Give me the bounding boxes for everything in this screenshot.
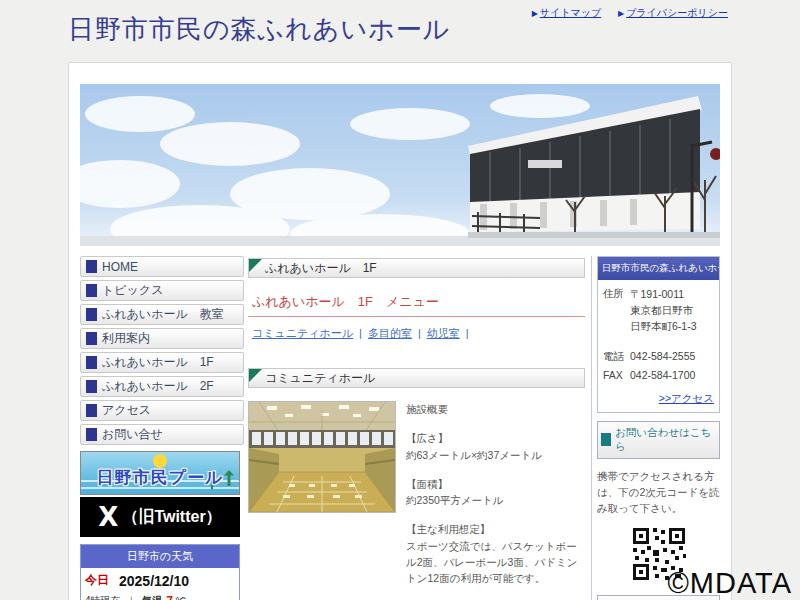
pool-banner-link[interactable]: 日野市民プール <box>80 451 240 495</box>
weather-title: 日野市の天気 <box>81 545 239 568</box>
sidebar-item-hall-2f[interactable]: ふれあいホール 2F <box>80 376 244 397</box>
weather-widget: 日野市の天気 今日 2025/12/10 4時現在 ｜ 気温 7 ℃ <box>80 544 240 600</box>
weather-temp-value: 7 <box>166 594 173 600</box>
sidebar-item-hall-1f[interactable]: ふれあいホール 1F <box>80 352 244 373</box>
section-header-community-hall: コミュニティホール <box>248 368 585 388</box>
overview-label: 施設概要 <box>406 401 585 417</box>
community-hall-link[interactable]: コミュニティホール <box>252 327 353 339</box>
access-link[interactable]: >>アクセス <box>659 392 714 404</box>
weather-temp-unit: ℃ <box>175 596 186 600</box>
size-block: 【広さ】 約63メートル×約37メートル <box>406 430 585 463</box>
address-value: 〒191-0011 東京都日野市 日野本町6-1-3 <box>630 287 697 334</box>
facility-description: 施設概要 【広さ】 約63メートル×約37メートル 【面積】 約2350平方メー… <box>406 401 585 600</box>
info-panel-title: 日野市市民の森ふれあいホール <box>598 257 719 280</box>
infant-room-link[interactable]: 幼児室 <box>427 327 460 339</box>
fax-number: 042-584-1700 <box>630 367 695 384</box>
usage-block: 【主な利用想定】 スポーツ交流では、バスケットボール2面、バレーボール3面、バド… <box>406 521 585 586</box>
right-sidebar: 日野市市民の森ふれあいホール 住所 〒191-0011 東京都日野市 日野本町6… <box>591 256 720 600</box>
arrow-icon: ▶ <box>618 9 624 18</box>
address-row: 住所 〒191-0011 東京都日野市 日野本町6-1-3 <box>603 287 714 334</box>
arrow-icon: ▶ <box>532 9 538 18</box>
bullet-icon <box>86 404 97 417</box>
bullet-icon <box>601 433 611 446</box>
sidebar-item-usage-guide[interactable]: 利用案内 <box>80 328 244 349</box>
left-sidebar: HOME トピックス ふれあいホール 教室 利用案内 ふれあいホール 1F ふれ… <box>80 256 244 600</box>
weather-temp-label: 気温 <box>142 594 162 600</box>
weather-date: 2025/12/10 <box>119 573 189 589</box>
bullet-icon <box>86 308 97 321</box>
sidebar-item-home[interactable]: HOME <box>80 256 244 277</box>
mobile-qr-note: 携帯でアクセスされる方は、下の2次元コードを読み取って下さい。 <box>597 468 720 517</box>
gymnasium-photo <box>248 401 396 513</box>
hall-1f-menu-title: ふれあいホール 1F メニュー <box>248 293 585 317</box>
sidebar-item-access[interactable]: アクセス <box>80 400 244 421</box>
bullet-icon <box>86 428 97 441</box>
building-photo-illustration <box>80 84 720 246</box>
x-logo-icon: X <box>98 502 118 532</box>
content-wrapper: HOME トピックス ふれあいホール 教室 利用案内 ふれあいホール 1F ふれ… <box>68 62 732 600</box>
sidebar-item-contact[interactable]: お問い合せ <box>80 424 244 445</box>
multipurpose-room-link[interactable]: 多目的室 <box>368 327 412 339</box>
area-block: 【面積】 約2350平方メートル <box>406 476 585 509</box>
tel-row: 電話 042-584-2555 <box>603 348 714 365</box>
sidebar-item-hall-classes[interactable]: ふれあいホール 教室 <box>80 304 244 325</box>
main-content: ふれあいホール 1F ふれあいホール 1F メニュー コミュニティホール|多目的… <box>248 256 585 600</box>
room-links: コミュニティホール|多目的室|幼児室| <box>248 326 585 341</box>
corner-triangle-icon <box>249 369 262 382</box>
x-twitter-banner-link[interactable]: X （旧Twitter） <box>80 497 240 537</box>
bullet-icon <box>86 260 97 273</box>
top-utility-links: ▶サイトマップ ▶プライバシーポリシー <box>518 6 728 20</box>
weather-today-label: 今日 <box>85 572 109 589</box>
sitemap-link[interactable]: ▶サイトマップ <box>532 7 602 18</box>
section-header-hall-1f: ふれあいホール 1F <box>248 258 585 278</box>
privacy-policy-link[interactable]: ▶プライバシーポリシー <box>618 7 728 18</box>
watermark: ©MDATA <box>667 567 792 600</box>
hero-banner-photo <box>80 84 720 246</box>
fax-row: FAX 042-584-1700 <box>603 367 714 384</box>
page-title: 日野市市民の森ふれあいホール <box>68 12 450 47</box>
facility-info-panel: 日野市市民の森ふれあいホール 住所 〒191-0011 東京都日野市 日野本町6… <box>597 256 720 413</box>
tel-number: 042-584-2555 <box>630 348 695 365</box>
bullet-icon <box>86 356 97 369</box>
weather-time: 4時現在 <box>85 594 121 600</box>
corner-triangle-icon <box>249 259 262 272</box>
pool-banner-label: 日野市民プール <box>81 466 239 489</box>
bullet-icon <box>86 380 97 393</box>
bullet-icon <box>86 284 97 297</box>
bullet-icon <box>86 332 97 345</box>
sidebar-item-topics[interactable]: トピックス <box>80 280 244 301</box>
contact-button[interactable]: お問い合わせはこちら <box>597 421 720 459</box>
x-banner-label: （旧Twitter） <box>122 507 221 528</box>
